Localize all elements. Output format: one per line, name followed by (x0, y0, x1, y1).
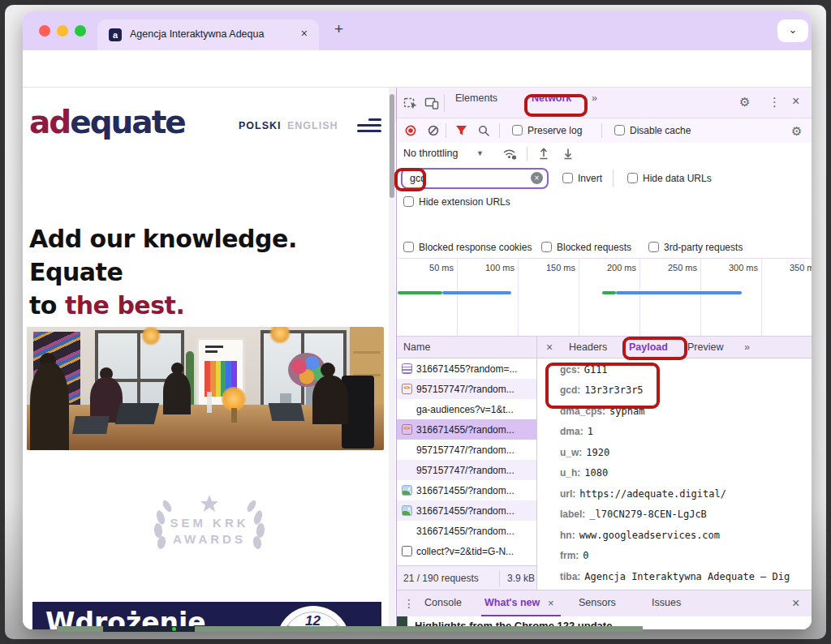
request-row-selected[interactable]: 316671455/?random... (397, 419, 536, 440)
devtools-tab-bar: Elements Network » ⚙ ⋮ × (397, 88, 812, 118)
third-party-requests-checkbox[interactable] (648, 242, 659, 252)
tab-title: Agencja Interaktywna Adequa (130, 28, 278, 42)
request-row[interactable]: 957157747/?random... (397, 379, 536, 399)
tab-strip: a Agencja Interaktywna Adequa × + ⌄ (23, 11, 812, 50)
blocked-requests-label: Blocked requests (557, 242, 631, 253)
photo-laptop-shape (72, 416, 110, 434)
hide-data-urls-checkbox[interactable] (627, 173, 638, 183)
timeline-tick: 150 ms (525, 263, 575, 273)
clear-filter-icon[interactable]: × (531, 172, 543, 184)
disable-cache-label: Disable cache (630, 125, 691, 136)
network-conditions-wifi-icon[interactable] (502, 147, 519, 161)
drawer-tab-close-icon[interactable]: × (548, 597, 554, 609)
browser-tab[interactable]: a Agencja Interaktywna Adequa × (97, 19, 319, 50)
blocked-filters-row: Blocked response cookies Blocked request… (397, 237, 812, 258)
name-column-header[interactable]: Name (403, 341, 430, 353)
invert-label: Invert (578, 173, 602, 184)
detail-tab-preview[interactable]: Preview (687, 341, 723, 353)
blocked-response-cookies-checkbox[interactable] (403, 242, 414, 252)
blocked-requests-checkbox[interactable] (541, 242, 552, 252)
tab-search-button[interactable]: ⌄ (777, 19, 808, 42)
adequate-logo[interactable]: adequate (29, 104, 185, 140)
waterfall-bar-blue (616, 291, 742, 294)
waterfall-bar-green (602, 291, 616, 294)
devtools-settings-gear-icon[interactable]: ⚙ (739, 95, 750, 109)
payload-param: u_h:1080 (560, 467, 608, 479)
devtools-menu-kebab-icon[interactable]: ⋮ (769, 95, 781, 109)
timeline-tick: 250 ms (647, 263, 697, 273)
invert-checkbox[interactable] (562, 173, 573, 183)
throttling-select[interactable]: No throttling (403, 148, 458, 159)
drawer-menu-kebab-icon[interactable]: ⋮ (403, 597, 415, 610)
more-panels-icon[interactable]: » (592, 92, 597, 104)
hide-data-urls-label: Hide data URLs (643, 173, 712, 184)
tab-close-icon[interactable]: × (301, 27, 308, 40)
screenshot-frame: a Agencja Interaktywna Adequa × + ⌄ ← → … (0, 0, 831, 644)
annotation-box-gcs-gcd-values (545, 363, 660, 409)
clear-network-log-icon[interactable] (428, 125, 439, 136)
device-toolbar-icon[interactable] (424, 96, 439, 110)
request-row[interactable]: 957157747/?random... (397, 440, 536, 460)
preserve-log-label: Preserve log (527, 125, 582, 136)
award-line1: SEM KRK (136, 516, 282, 530)
heading-line2-black: to (29, 291, 57, 320)
payload-param: u_w:1920 (560, 447, 609, 458)
preserve-log-checkbox[interactable] (512, 125, 523, 135)
lang-polski-link[interactable]: POLSKI (239, 120, 282, 131)
request-row[interactable]: 316671455?random=... (397, 358, 536, 379)
payload-param: url:https://adequate.digital/ (560, 488, 726, 500)
maximize-window-button[interactable] (75, 25, 86, 36)
drawer-close-icon[interactable]: × (792, 596, 799, 611)
heading-line1: Add our knowledge. Equate (29, 225, 297, 286)
request-count: 21 / 190 requests (403, 573, 479, 584)
close-window-button[interactable] (39, 25, 50, 36)
request-row[interactable]: collect?v=2&tid=G-N... (397, 541, 536, 561)
request-row[interactable]: ga-audiences?v=1&t... (397, 399, 536, 419)
desktop-strip-dot (172, 627, 176, 631)
close-detail-icon[interactable]: × (546, 341, 553, 354)
throttling-row: No throttling ▼ (397, 143, 812, 165)
hide-extension-urls-label: Hide extension URLs (419, 196, 510, 208)
annotation-box-network-tab (524, 94, 588, 117)
waterfall-bar-green (398, 291, 442, 294)
throttling-dropdown-icon[interactable]: ▼ (476, 149, 484, 157)
network-overview-timeline[interactable]: 50 ms 100 ms 150 ms 200 ms 250 ms 300 ms… (397, 258, 812, 337)
record-network-log-icon[interactable] (405, 125, 416, 136)
award-line2: AWARDS (136, 532, 282, 546)
tab-elements[interactable]: Elements (455, 92, 497, 104)
drawer-tab-console[interactable]: Console (424, 597, 462, 608)
lang-english-link[interactable]: ENGLISH (287, 120, 338, 131)
new-tab-button[interactable]: + (334, 20, 343, 38)
devtools-close-icon[interactable]: × (792, 94, 799, 109)
photo-person-shape (30, 363, 69, 450)
search-icon[interactable] (478, 125, 490, 137)
drawer-tab-sensors[interactable]: Sensors (579, 597, 616, 608)
drawer-tab-bar: ⋮ Console What's new × Sensors Issues × (397, 590, 812, 616)
payload-param: frm:0 (560, 550, 589, 561)
detail-tab-headers[interactable]: Headers (569, 341, 607, 353)
request-row[interactable]: 316671455/?random... (397, 500, 536, 521)
request-row[interactable]: 316671455/?random... (397, 480, 536, 500)
network-settings-gear-icon[interactable]: ⚙ (791, 124, 802, 139)
request-row[interactable]: 957157747/?random... (397, 460, 536, 480)
devtools-panel: Elements Network » ⚙ ⋮ × (396, 88, 812, 629)
drawer-tab-whats-new[interactable]: What's new (484, 597, 540, 608)
third-party-requests-label: 3rd-party requests (664, 242, 743, 253)
minimize-window-button[interactable] (57, 25, 68, 36)
drawer-tab-issues[interactable]: Issues (652, 597, 681, 608)
export-har-icon[interactable] (562, 147, 574, 160)
timeline-tick: 50 ms (403, 263, 454, 273)
import-har-icon[interactable] (538, 147, 549, 160)
more-detail-tabs-icon[interactable]: » (744, 341, 750, 353)
logo-part-ad: ad (29, 104, 70, 140)
disable-cache-checkbox[interactable] (614, 125, 625, 135)
inspect-element-icon[interactable] (403, 96, 418, 110)
hide-extension-urls-checkbox[interactable] (403, 196, 414, 207)
photo-laptop-shape (269, 403, 305, 421)
request-row[interactable]: 316671455/?random... (397, 521, 536, 541)
image-icon (402, 505, 412, 516)
image-icon (402, 485, 412, 496)
request-type-filter-row: All Fetch/XHR Doc CSS JS Font Img Media … (397, 213, 812, 237)
filter-funnel-icon[interactable] (455, 125, 467, 136)
waterfall-bar-blue (442, 291, 511, 294)
